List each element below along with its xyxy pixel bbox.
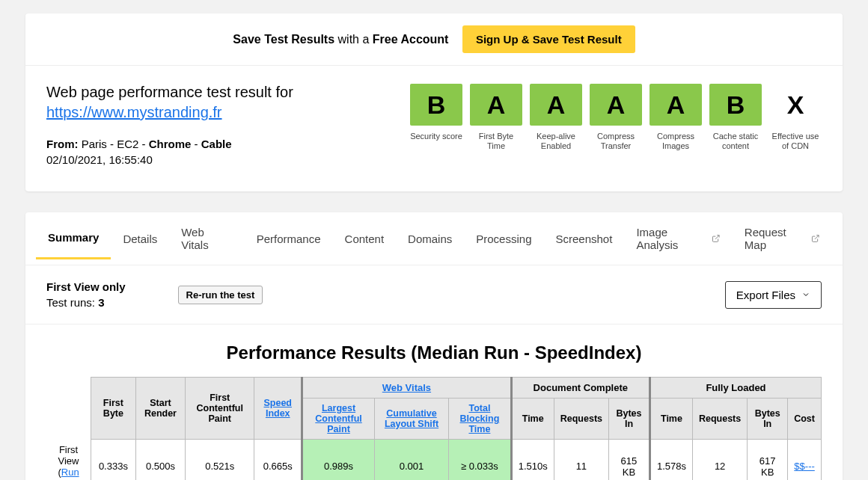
col-lcp[interactable]: Largest Contentful Paint [302, 399, 375, 440]
group-doc-complete: Document Complete [511, 378, 650, 399]
grade-label: Security score [410, 132, 462, 141]
save-banner: Save Test Results with a Free Account Si… [25, 13, 843, 66]
tab-domains[interactable]: Domains [396, 219, 464, 259]
col-dc-bytes: Bytes In [609, 399, 650, 440]
tab-content[interactable]: Content [333, 219, 397, 259]
run-bar: First View only Test runs: 3 Re-run the … [25, 265, 843, 324]
col-fl-bytes: Bytes In [748, 399, 788, 440]
cell-start-render: 0.500s [135, 440, 185, 481]
cell-cls: 0.001 [374, 440, 448, 481]
cell-cost[interactable]: $$--- [788, 440, 822, 481]
cell-dc-time: 1.510s [511, 440, 554, 481]
tab-label: Image Analysis [636, 226, 709, 251]
grade-box: B [709, 84, 762, 126]
results-title: Performance Results (Median Run - SpeedI… [46, 342, 822, 363]
group-fully-loaded: Fully Loaded [650, 378, 821, 399]
external-link-icon [712, 234, 721, 243]
col-first-byte: First Byte [91, 378, 136, 440]
results-card: Summary Details Web Vitals Performance C… [25, 212, 843, 480]
grade-compress-transfer[interactable]: A Compress Transfer [590, 84, 642, 166]
cell-fl-time: 1.578s [650, 440, 692, 481]
results-section: Performance Results (Median Run - SpeedI… [25, 324, 843, 480]
tab-request-map[interactable]: Request Map [733, 212, 832, 265]
grade-cdn[interactable]: X Effective use of CDN [769, 84, 822, 166]
grade-cache-static[interactable]: B Cache static content [709, 84, 762, 166]
tab-performance[interactable]: Performance [245, 219, 333, 259]
signup-save-button[interactable]: Sign Up & Save Test Result [462, 25, 635, 53]
tab-label: Request Map [745, 226, 809, 251]
grades-strip: B Security score A First Byte Time A Kee… [410, 84, 822, 166]
grade-box: A [530, 84, 582, 126]
grade-security[interactable]: B Security score [410, 84, 462, 166]
cell-first-byte: 0.333s [91, 440, 136, 481]
chevron-down-icon [801, 290, 810, 299]
col-speed-index[interactable]: Speed Index [254, 378, 302, 440]
header-card: Save Test Results with a Free Account Si… [25, 13, 843, 191]
grade-compress-images[interactable]: A Compress Images [650, 84, 702, 166]
test-location: From: Paris - EC2 - Chrome - Cable [46, 138, 293, 150]
col-fl-requests: Requests [692, 399, 747, 440]
tabs-nav: Summary Details Web Vitals Performance C… [25, 212, 843, 265]
tab-screenshot[interactable]: Screenshot [543, 219, 624, 259]
grade-label: Compress Transfer [590, 132, 642, 151]
cell-dc-bytes: 615 KB [609, 440, 650, 481]
export-files-button[interactable]: Export Files [725, 281, 822, 309]
col-start-render: Start Render [135, 378, 185, 440]
col-cls[interactable]: Cumulative Layout Shift [374, 399, 448, 440]
cell-lcp: 0.989s [302, 440, 375, 481]
col-tbt[interactable]: Total Blocking Time [449, 399, 512, 440]
svg-line-1 [815, 236, 819, 239]
cell-tbt: ≥ 0.033s [449, 440, 512, 481]
col-cost: Cost [788, 399, 822, 440]
grade-label: First Byte Time [470, 132, 522, 151]
group-web-vitals[interactable]: Web Vitals [302, 378, 512, 399]
performance-table: First Byte Start Render First Contentful… [46, 377, 822, 480]
tab-details[interactable]: Details [111, 219, 169, 259]
tab-web-vitals[interactable]: Web Vitals [169, 212, 244, 265]
row-label: First View (Run 1) [46, 440, 91, 481]
tab-processing[interactable]: Processing [464, 219, 543, 259]
banner-text: Save Test Results with a Free Account [233, 33, 452, 46]
run-info: First View only Test runs: 3 [46, 279, 126, 310]
grade-box: A [590, 84, 642, 126]
table-row: First View (Run 1) 0.333s 0.500s 0.521s … [46, 440, 822, 481]
tab-image-analysis[interactable]: Image Analysis [624, 212, 732, 265]
grade-label: Effective use of CDN [769, 132, 822, 151]
grade-label: Compress Images [650, 132, 702, 151]
col-fl-time: Time [650, 399, 692, 440]
grade-box: B [410, 84, 462, 126]
col-dc-requests: Requests [554, 399, 608, 440]
cell-fcp: 0.521s [186, 440, 254, 481]
grade-keepalive[interactable]: A Keep-alive Enabled [530, 84, 582, 166]
page-title: Web page performance test result for [46, 84, 293, 101]
test-timestamp: 02/10/2021, 16:55:40 [46, 153, 293, 166]
external-link-icon [811, 234, 820, 243]
col-fcp: First Contentful Paint [186, 378, 254, 440]
grade-label: Keep-alive Enabled [530, 132, 582, 151]
cell-fl-bytes: 617 KB [748, 440, 788, 481]
col-dc-time: Time [511, 399, 554, 440]
tested-url-link[interactable]: https://www.mystranding.fr [46, 104, 222, 120]
cell-speed-index: 0.665s [254, 440, 302, 481]
rerun-button[interactable]: Re-run the test [178, 286, 263, 304]
grade-box: X [769, 84, 822, 126]
cell-fl-requests: 12 [692, 440, 747, 481]
grade-box: A [650, 84, 702, 126]
svg-line-0 [715, 236, 719, 239]
grade-first-byte[interactable]: A First Byte Time [470, 84, 522, 166]
grade-box: A [470, 84, 522, 126]
export-label: Export Files [736, 289, 795, 301]
cell-dc-requests: 11 [554, 440, 608, 481]
tab-summary[interactable]: Summary [36, 218, 111, 259]
grade-label: Cache static content [709, 132, 762, 151]
